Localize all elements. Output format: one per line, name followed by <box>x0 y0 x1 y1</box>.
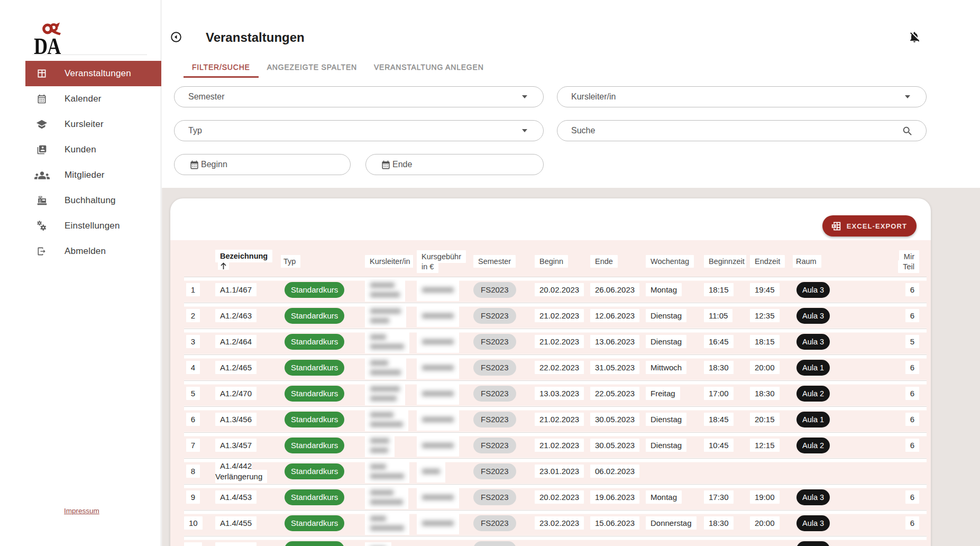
svg-text:X: X <box>832 224 835 228</box>
